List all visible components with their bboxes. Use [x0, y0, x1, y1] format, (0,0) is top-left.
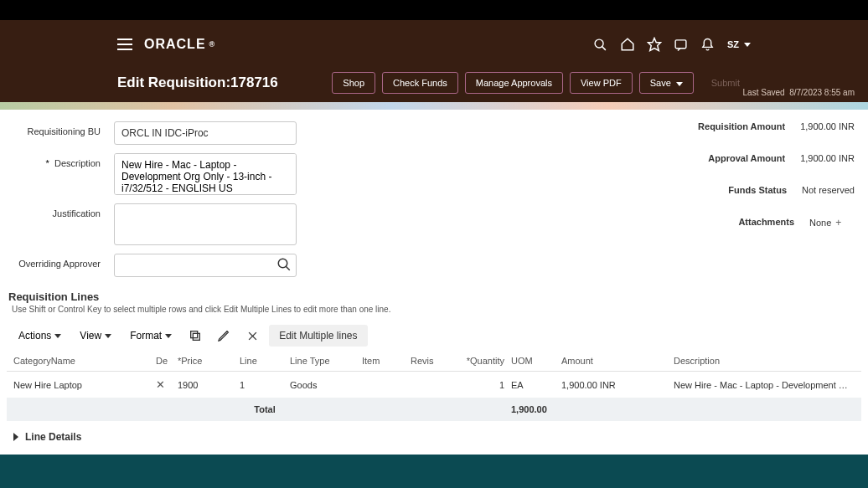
req-amount-label: Requisition Amount [698, 121, 785, 131]
page-title: Edit Requisition:178716 [117, 74, 278, 91]
line-details-toggle[interactable]: Line Details [0, 421, 868, 453]
chevron-down-icon [676, 82, 683, 86]
star-icon[interactable] [647, 37, 662, 52]
chevron-right-icon [13, 433, 18, 441]
multiselect-hint: Use Shift or Control Key to select multi… [0, 305, 868, 321]
chevron-down-icon [105, 334, 111, 338]
cell-price: 1900 [178, 380, 240, 390]
description-input[interactable] [114, 153, 297, 195]
svg-line-1 [602, 46, 606, 49]
actions-menu[interactable]: Actions [12, 325, 68, 347]
manage-approvals-button[interactable]: Manage Approvals [465, 72, 563, 94]
cell-category: New Hire Laptop [13, 380, 156, 390]
cell-uom: EA [511, 380, 561, 390]
chevron-down-icon [744, 43, 751, 47]
oracle-logo: ORACLE® [144, 37, 215, 52]
cell-amount: 1,900.00 INR [561, 380, 674, 390]
add-attachment-icon[interactable]: + [835, 217, 841, 229]
funds-status-value: Not reserved [802, 185, 855, 195]
cell-line-type: Goods [290, 380, 362, 390]
delete-icon[interactable] [240, 324, 264, 347]
delete-row-icon[interactable]: ✕ [156, 378, 165, 391]
justification-input[interactable] [114, 203, 297, 245]
shop-button[interactable]: Shop [332, 72, 375, 94]
appr-amount-label: Approval Amount [708, 153, 785, 163]
cell-quantity: 1 [462, 380, 511, 390]
decorative-banner [0, 102, 868, 110]
svg-rect-7 [191, 331, 198, 338]
check-funds-button[interactable]: Check Funds [382, 72, 458, 94]
grid-total-row: Total 1,900.00 [7, 398, 861, 421]
svg-rect-3 [676, 39, 687, 48]
svg-rect-6 [194, 333, 200, 340]
table-row[interactable]: New Hire Laptop ✕ 1900 1 Goods 1 EA 1,90… [7, 372, 861, 398]
cell-description: New Hire - Mac - Laptop - Development Or… [674, 380, 855, 390]
attachments-value: None + [809, 217, 855, 229]
save-button[interactable]: Save [639, 72, 694, 94]
bell-icon[interactable] [700, 37, 716, 52]
user-menu[interactable]: SZ [727, 39, 751, 49]
grid-header: CategoryName De *Price Line Line Type It… [7, 351, 861, 372]
svg-marker-2 [648, 39, 660, 51]
duplicate-icon[interactable] [183, 324, 207, 347]
view-menu[interactable]: View [73, 325, 118, 347]
cell-line: 1 [240, 380, 290, 390]
approver-label: Overriding Approver [13, 254, 114, 269]
chevron-down-icon [54, 334, 61, 338]
home-icon[interactable] [620, 37, 635, 52]
svg-point-4 [278, 259, 287, 268]
chevron-down-icon [165, 334, 172, 338]
chat-icon[interactable] [674, 37, 689, 52]
svg-point-0 [596, 39, 604, 48]
view-pdf-button[interactable]: View PDF [570, 72, 633, 94]
bu-label: Requisitioning BU [13, 121, 114, 136]
footer-banner [0, 455, 868, 488]
justification-label: Justification [13, 203, 114, 218]
description-label: * Description [13, 153, 114, 168]
edit-multiple-lines-button[interactable]: Edit Multiple lines [269, 325, 367, 347]
bu-value: ORCL IN IDC-iProc [114, 121, 297, 145]
search-icon[interactable] [593, 37, 608, 52]
requisition-lines-title: Requisition Lines [0, 285, 868, 305]
last-saved: Last Saved 8/7/2023 8:55 am [743, 88, 855, 97]
format-menu[interactable]: Format [123, 325, 178, 347]
edit-icon[interactable] [212, 324, 235, 347]
search-icon[interactable] [276, 257, 292, 272]
req-amount-value: 1,900.00 INR [800, 121, 855, 131]
attachments-label: Attachments [738, 217, 794, 229]
approver-input[interactable] [114, 254, 297, 277]
appr-amount-value: 1,900.00 INR [800, 153, 855, 163]
hamburger-menu[interactable] [117, 39, 132, 50]
svg-line-5 [286, 266, 290, 270]
funds-status-label: Funds Status [728, 185, 787, 195]
